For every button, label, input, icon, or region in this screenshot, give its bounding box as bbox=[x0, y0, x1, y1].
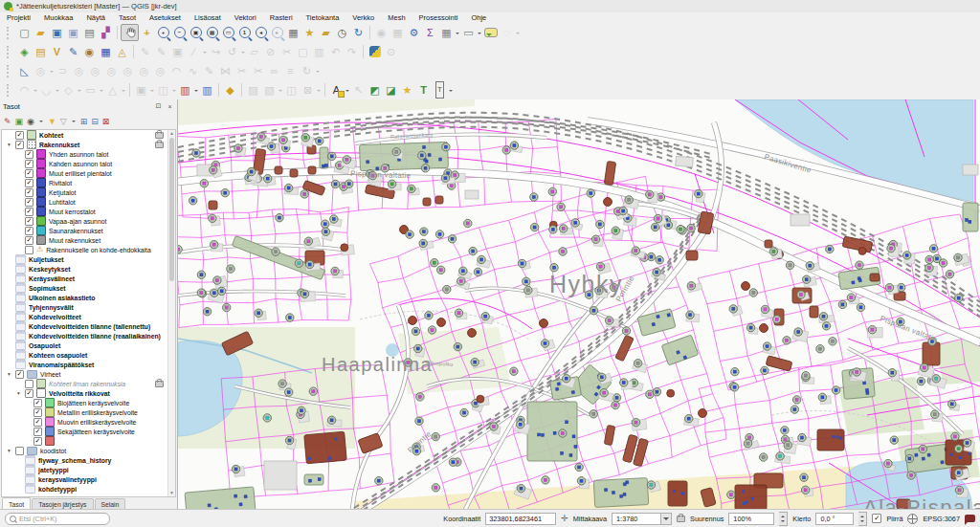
layer-tree-row[interactable]: ✓Saunarakennukset bbox=[2, 226, 175, 235]
layer-tree-row[interactable]: ✓Muovin erilliskeräysvelvoite bbox=[2, 417, 175, 427]
current-edits-icon[interactable]: ✎ bbox=[137, 44, 153, 59]
manage-map-themes-icon[interactable]: ◉ bbox=[27, 115, 34, 128]
zoom-full-extent-icon[interactable]: ▣ bbox=[188, 25, 204, 40]
layer-visibility-checkbox[interactable]: ✓ bbox=[25, 169, 33, 178]
regular-polygon-icon-dropdown[interactable] bbox=[121, 82, 126, 98]
layer-tree-row[interactable]: Keräysvälineet bbox=[2, 274, 175, 283]
add-ring-icon[interactable]: ◩ bbox=[367, 82, 383, 98]
menu-item-prosessointi[interactable]: Prosessointi bbox=[412, 13, 465, 22]
new-print-layout-icon[interactable]: ▤ bbox=[81, 25, 98, 40]
layer-visibility-checkbox[interactable]: ✓ bbox=[15, 370, 24, 379]
layer-visibility-checkbox[interactable]: ✓ bbox=[15, 141, 24, 149]
add-text-annotation-icon[interactable]: T bbox=[415, 82, 432, 98]
menu-item-tietokanta[interactable]: Tietokanta bbox=[300, 13, 346, 22]
menu-item-rasteri[interactable]: Rasteri bbox=[263, 13, 300, 22]
show-bookmarks-icon[interactable]: ▰ bbox=[318, 25, 334, 40]
layer-tree-row[interactable]: Kohdevelvoitteet bbox=[2, 312, 175, 321]
layer-tree-row[interactable]: ✓ bbox=[2, 436, 175, 446]
layer-visibility-checkbox[interactable]: ✓ bbox=[25, 188, 33, 197]
zoom-in-icon[interactable]: + bbox=[155, 25, 171, 40]
layer-labeling-icon[interactable]: A bbox=[328, 82, 345, 98]
menu-item-lisäosat[interactable]: Lisäosat bbox=[188, 13, 228, 22]
layer-tree-row[interactable]: ✓Yhden asunnon talot bbox=[2, 149, 175, 159]
zoom-next-icon[interactable]: ▸ bbox=[269, 25, 285, 40]
ellipse-tool-icon[interactable]: ◇ bbox=[60, 82, 77, 98]
add-raster-layer-icon[interactable]: ▦ bbox=[98, 44, 114, 59]
rectangle-tool-icon[interactable]: ▭ bbox=[82, 82, 99, 98]
map-tips-icon[interactable] bbox=[482, 25, 499, 40]
layer-tree-row[interactable]: ▾✓Virheet bbox=[2, 369, 175, 379]
layer-visibility-checkbox[interactable]: ✓ bbox=[25, 389, 33, 398]
layer-visibility-checkbox[interactable]: ✓ bbox=[25, 227, 33, 235]
attribute-table-icon[interactable]: ▦ bbox=[438, 25, 455, 40]
save-project-as-icon[interactable]: ▣ bbox=[65, 25, 81, 40]
filter-legend-icon[interactable]: ▼ bbox=[48, 115, 56, 128]
offset-curve-icon[interactable]: ⊃ bbox=[55, 63, 71, 78]
check-geometries-icon-dropdown[interactable] bbox=[316, 82, 322, 98]
chevron-down-icon[interactable] bbox=[661, 513, 672, 525]
layer-tree-row[interactable]: ✓Kahden asunnon talot bbox=[2, 159, 175, 168]
raster-calculator-icon[interactable]: ▨ bbox=[245, 82, 261, 98]
vertex-tool-icon[interactable]: ↺ bbox=[224, 44, 240, 59]
reverse-line-icon[interactable]: ◎ bbox=[152, 63, 168, 78]
circle-tool-icon[interactable]: ◡ bbox=[38, 82, 55, 98]
collapse-all-icon[interactable]: ⊟ bbox=[91, 115, 99, 128]
layer-visibility-checkbox[interactable] bbox=[25, 380, 33, 388]
menu-item-asetukset[interactable]: Asetukset bbox=[143, 13, 188, 22]
layer-tree-row[interactable]: ⚠Rakennukselle on kohde-ehdokkaita bbox=[2, 245, 175, 254]
remove-layer-icon[interactable]: ⊠ bbox=[102, 115, 110, 128]
add-vector-layer-icon[interactable]: V bbox=[49, 44, 65, 59]
menu-item-tasot[interactable]: Tasot bbox=[112, 13, 143, 22]
pan-map-icon[interactable] bbox=[121, 24, 139, 41]
zoom-to-selection-icon[interactable]: ▦ bbox=[204, 25, 220, 40]
layer-tree-row[interactable]: ✓Ketjutalot bbox=[2, 187, 175, 197]
split-parts-icon[interactable]: ⋈ bbox=[217, 63, 234, 78]
scale-feature-icon[interactable]: ◎ bbox=[87, 63, 103, 78]
layer-tree-row[interactable]: ✓Muut erilliset pientalot bbox=[2, 168, 175, 178]
new-map-view-icon[interactable]: ▦ bbox=[285, 25, 301, 40]
pan-to-selection-icon[interactable]: + bbox=[139, 25, 155, 40]
search-icon[interactable]: ◌ bbox=[499, 25, 515, 40]
add-part-icon[interactable]: ◪ bbox=[383, 82, 399, 98]
menu-item-näytä[interactable]: Näytä bbox=[79, 13, 112, 22]
advanced-digitizing-icon[interactable]: ◺ bbox=[16, 63, 33, 78]
menu-item-muokkaa[interactable]: Muokkaa bbox=[37, 13, 79, 22]
layer-tree-row[interactable]: flyway_schema_history bbox=[2, 455, 175, 465]
manage-map-themes-icon-dropdown[interactable] bbox=[38, 114, 44, 129]
offset-point-symbols-icon[interactable]: ◎ bbox=[136, 63, 152, 78]
statistical-summary-icon[interactable]: ◫ bbox=[283, 82, 300, 98]
filter-by-expression-icon-dropdown[interactable] bbox=[71, 114, 77, 129]
crs-indicator[interactable]: EPSG:3067 bbox=[923, 515, 960, 523]
layer-visibility-checkbox[interactable]: ✓ bbox=[33, 408, 42, 417]
layer-tree-row[interactable]: Kohdevelvoitteiden tilanne (reaaliaikain… bbox=[2, 331, 175, 340]
temporal-controller-icon[interactable]: ◷ bbox=[334, 25, 350, 40]
processing-toolbox-icon[interactable]: ⚙ bbox=[406, 25, 422, 40]
identify-features-icon[interactable]: ◉ bbox=[373, 25, 390, 40]
layer-visibility-checkbox[interactable]: ✓ bbox=[15, 131, 24, 140]
regular-polygon-icon[interactable]: △ bbox=[104, 82, 121, 98]
layer-visibility-checkbox[interactable]: ✓ bbox=[25, 179, 33, 187]
expander-icon[interactable]: ▾ bbox=[6, 142, 12, 147]
check-geometries-icon[interactable]: ⊠ bbox=[300, 82, 316, 98]
layer-tree-row[interactable]: ✓Sekajätteen keräysvelvoite bbox=[2, 427, 175, 436]
undo-icon[interactable]: ↶ bbox=[327, 44, 344, 59]
python-console-icon[interactable] bbox=[367, 44, 383, 59]
layer-tree-row[interactable]: ✓Rivitalot bbox=[2, 178, 175, 187]
filter-by-expression-icon[interactable]: ▽ bbox=[60, 115, 67, 128]
layer-visibility-checkbox[interactable]: ✓ bbox=[25, 208, 33, 216]
messages-icon[interactable] bbox=[965, 515, 975, 522]
layer-tree-row[interactable]: Osapuolet bbox=[2, 340, 175, 350]
rotation-spinner[interactable]: 0,0 ° bbox=[815, 513, 854, 525]
layer-visibility-checkbox[interactable]: ✓ bbox=[25, 198, 33, 207]
merge-attributes-icon[interactable]: ✂ bbox=[250, 63, 266, 78]
delete-part-icon[interactable]: ↻ bbox=[299, 63, 315, 78]
new-bookmark-icon[interactable]: ★ bbox=[301, 25, 318, 40]
layer-tree-row[interactable]: Kohdevelvoitteiden tilanne (tallennettu) bbox=[2, 321, 175, 331]
delete-ring-icon[interactable]: ≡ bbox=[282, 63, 299, 78]
split-features-icon[interactable]: ✎ bbox=[201, 63, 217, 78]
magnifier-spinner[interactable]: 100% bbox=[728, 513, 774, 525]
layer-visibility-checkbox[interactable]: ✓ bbox=[33, 399, 42, 407]
menu-item-mesh[interactable]: Mesh bbox=[381, 13, 412, 22]
layer-tree-row[interactable]: Kuljetukset bbox=[2, 254, 175, 264]
layer-visibility-checkbox[interactable]: ✓ bbox=[33, 437, 42, 446]
